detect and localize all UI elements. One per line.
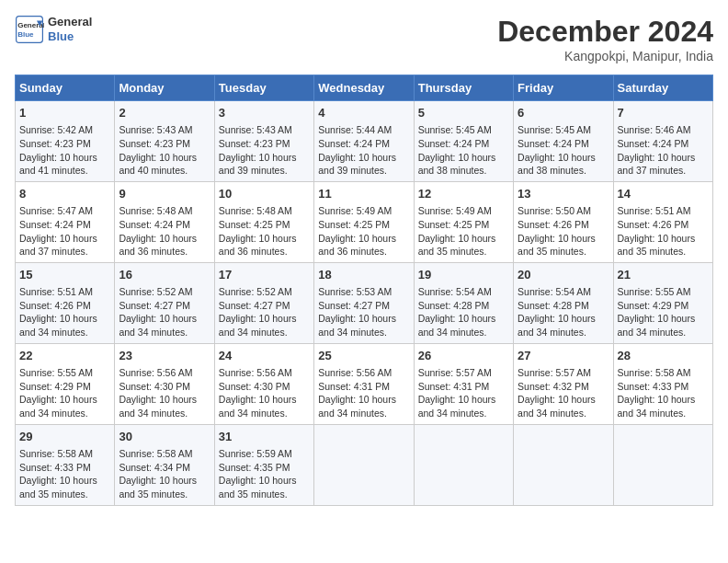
table-row: 31Sunrise: 5:59 AMSunset: 4:35 PMDayligh… [214,424,313,505]
sunrise-text: Sunrise: 5:50 AM [518,205,591,216]
sunset-text: Sunset: 4:35 PM [219,462,290,473]
col-sunday: Sunday [16,75,115,101]
sunset-text: Sunset: 4:30 PM [119,381,190,392]
sunrise-text: Sunrise: 5:46 AM [618,124,691,135]
calendar-body: 1Sunrise: 5:42 AMSunset: 4:23 PMDaylight… [16,101,713,506]
day-number: 12 [418,186,509,202]
sunset-text: Sunset: 4:24 PM [119,219,190,230]
sunrise-text: Sunrise: 5:58 AM [119,448,192,459]
sunrise-text: Sunrise: 5:54 AM [418,286,492,297]
sunrise-text: Sunrise: 5:57 AM [518,367,591,378]
table-row: 27Sunrise: 5:57 AMSunset: 4:32 PMDayligh… [514,343,613,424]
sunset-text: Sunset: 4:27 PM [318,300,390,311]
sunset-text: Sunset: 4:24 PM [618,138,689,149]
daylight-text: Daylight: 10 hours and 39 minutes. [219,152,297,177]
table-row: 12Sunrise: 5:49 AMSunset: 4:25 PMDayligh… [414,181,513,262]
table-row: 28Sunrise: 5:58 AMSunset: 4:33 PMDayligh… [613,343,712,424]
day-number: 14 [618,186,709,202]
table-row: 9Sunrise: 5:48 AMSunset: 4:24 PMDaylight… [115,181,214,262]
table-row: 30Sunrise: 5:58 AMSunset: 4:34 PMDayligh… [115,424,214,505]
sunset-text: Sunset: 4:30 PM [219,381,290,392]
day-number: 17 [219,267,310,283]
table-row: 10Sunrise: 5:48 AMSunset: 4:25 PMDayligh… [214,181,313,262]
col-wednesday: Wednesday [314,75,414,101]
sunrise-text: Sunrise: 5:58 AM [618,367,691,378]
daylight-text: Daylight: 10 hours and 34 minutes. [618,394,696,419]
sunset-text: Sunset: 4:24 PM [19,219,91,230]
table-row: 21Sunrise: 5:55 AMSunset: 4:29 PMDayligh… [613,262,712,343]
sunset-text: Sunset: 4:23 PM [219,138,290,149]
sunset-text: Sunset: 4:33 PM [618,381,689,392]
daylight-text: Daylight: 10 hours and 34 minutes. [119,313,197,338]
sunrise-text: Sunrise: 5:51 AM [19,286,93,297]
day-number: 6 [518,105,609,121]
day-number: 21 [618,267,709,283]
daylight-text: Daylight: 10 hours and 34 minutes. [418,313,496,338]
sunrise-text: Sunrise: 5:42 AM [19,124,93,135]
sunrise-text: Sunrise: 5:44 AM [318,124,392,135]
day-number: 13 [518,186,609,202]
day-number: 26 [418,348,509,364]
col-saturday: Saturday [613,75,712,101]
sunset-text: Sunset: 4:24 PM [418,138,490,149]
daylight-text: Daylight: 10 hours and 34 minutes. [19,394,97,419]
day-number: 1 [19,105,110,121]
daylight-text: Daylight: 10 hours and 34 minutes. [19,313,97,338]
sunset-text: Sunset: 4:26 PM [518,219,589,230]
calendar-row: 22Sunrise: 5:55 AMSunset: 4:29 PMDayligh… [16,343,713,424]
sunrise-text: Sunrise: 5:56 AM [219,367,292,378]
sunrise-text: Sunrise: 5:56 AM [119,367,192,378]
table-row: 24Sunrise: 5:56 AMSunset: 4:30 PMDayligh… [214,343,313,424]
sunrise-text: Sunrise: 5:48 AM [219,205,292,216]
table-row: 18Sunrise: 5:53 AMSunset: 4:27 PMDayligh… [314,262,414,343]
logo-text: General Blue [48,15,92,43]
sunset-text: Sunset: 4:24 PM [318,138,390,149]
daylight-text: Daylight: 10 hours and 34 minutes. [318,394,396,419]
daylight-text: Daylight: 10 hours and 38 minutes. [518,152,596,177]
table-row [314,424,414,505]
sunset-text: Sunset: 4:25 PM [219,219,290,230]
sunset-text: Sunset: 4:29 PM [19,381,91,392]
col-monday: Monday [115,75,214,101]
day-number: 9 [119,186,210,202]
daylight-text: Daylight: 10 hours and 34 minutes. [219,394,297,419]
daylight-text: Daylight: 10 hours and 35 minutes. [219,475,297,500]
logo-icon: General Blue [15,15,44,44]
daylight-text: Daylight: 10 hours and 35 minutes. [518,233,596,258]
day-number: 8 [19,186,110,202]
sunrise-text: Sunrise: 5:52 AM [119,286,192,297]
table-row: 8Sunrise: 5:47 AMSunset: 4:24 PMDaylight… [16,181,115,262]
day-number: 2 [119,105,210,121]
daylight-text: Daylight: 10 hours and 35 minutes. [618,233,696,258]
sunrise-text: Sunrise: 5:48 AM [119,205,192,216]
day-number: 25 [318,348,409,364]
daylight-text: Daylight: 10 hours and 34 minutes. [119,394,197,419]
title-block: December 2024 Kangpokpi, Manipur, India [497,15,713,63]
day-number: 27 [518,348,609,364]
header-row: Sunday Monday Tuesday Wednesday Thursday… [16,75,713,101]
day-number: 20 [518,267,609,283]
table-row: 5Sunrise: 5:45 AMSunset: 4:24 PMDaylight… [414,101,513,182]
calendar-row: 8Sunrise: 5:47 AMSunset: 4:24 PMDaylight… [16,181,713,262]
daylight-text: Daylight: 10 hours and 34 minutes. [318,313,396,338]
day-number: 28 [618,348,709,364]
daylight-text: Daylight: 10 hours and 35 minutes. [119,475,197,500]
sunrise-text: Sunrise: 5:45 AM [518,124,591,135]
day-number: 3 [219,105,310,121]
daylight-text: Daylight: 10 hours and 35 minutes. [418,233,496,258]
sunset-text: Sunset: 4:31 PM [318,381,390,392]
table-row: 13Sunrise: 5:50 AMSunset: 4:26 PMDayligh… [514,181,613,262]
table-row: 16Sunrise: 5:52 AMSunset: 4:27 PMDayligh… [115,262,214,343]
daylight-text: Daylight: 10 hours and 35 minutes. [19,475,97,500]
day-number: 22 [19,348,110,364]
sunrise-text: Sunrise: 5:54 AM [518,286,591,297]
calendar-row: 29Sunrise: 5:58 AMSunset: 4:33 PMDayligh… [16,424,713,505]
sunrise-text: Sunrise: 5:55 AM [19,367,93,378]
logo: General Blue General Blue [15,15,92,44]
day-number: 10 [219,186,310,202]
table-row: 14Sunrise: 5:51 AMSunset: 4:26 PMDayligh… [613,181,712,262]
daylight-text: Daylight: 10 hours and 36 minutes. [119,233,197,258]
calendar-row: 15Sunrise: 5:51 AMSunset: 4:26 PMDayligh… [16,262,713,343]
daylight-text: Daylight: 10 hours and 34 minutes. [418,394,496,419]
table-row: 25Sunrise: 5:56 AMSunset: 4:31 PMDayligh… [314,343,414,424]
